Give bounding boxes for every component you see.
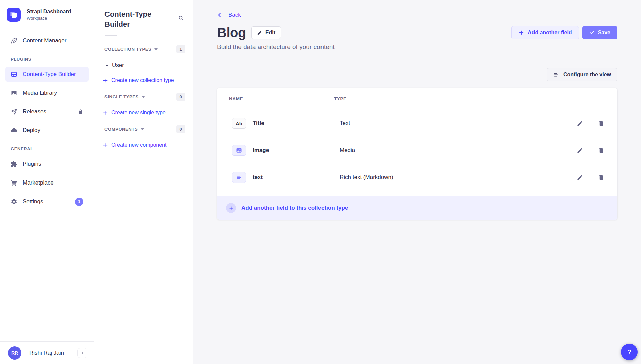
- delete-field-button[interactable]: [598, 174, 604, 181]
- paper-plane-icon: [11, 108, 17, 115]
- sidebar-item-plugins[interactable]: Plugins: [5, 157, 89, 171]
- text-field-icon: Ab: [232, 118, 246, 129]
- sidebar-item-label: Media Library: [23, 90, 57, 96]
- back-label: Back: [228, 12, 241, 18]
- group-single-types[interactable]: SINGLE TYPES 0: [104, 93, 188, 101]
- delete-field-button[interactable]: [598, 120, 604, 127]
- fields-table: NAME TYPE Ab Title Text: [217, 88, 617, 220]
- plus-icon: [102, 110, 108, 116]
- plugins-section-heading: PLUGINS: [5, 57, 89, 62]
- sidebar-item-media-library[interactable]: Media Library: [5, 86, 89, 100]
- search-icon: [178, 15, 184, 21]
- table-row[interactable]: Ab Title Text: [217, 110, 617, 137]
- collection-type-label: User: [112, 62, 124, 69]
- save-label: Save: [598, 30, 610, 36]
- lock-icon: [78, 109, 83, 115]
- configure-view-label: Configure the view: [563, 72, 611, 78]
- brand: Strapi Dashboard Workplace: [0, 0, 94, 29]
- create-link-label: Create new single type: [111, 110, 166, 116]
- trash-icon: [598, 120, 604, 127]
- edit-field-button[interactable]: [577, 147, 583, 154]
- main-content: Back Blog Edit Add another field Save Bu…: [193, 0, 641, 364]
- sidebar-item-label: Content-Type Builder: [23, 71, 76, 78]
- sidebar-item-settings[interactable]: Settings 1: [5, 194, 89, 209]
- delete-field-button[interactable]: [598, 147, 604, 154]
- plus-icon: [102, 78, 108, 83]
- edit-button[interactable]: Edit: [251, 26, 281, 39]
- puzzle-icon: [11, 161, 17, 167]
- sidebar-item-label: Settings: [23, 198, 43, 205]
- cloud-icon: [11, 127, 17, 134]
- strapi-logo-icon: [7, 8, 21, 22]
- chevron-down-icon: [141, 128, 144, 130]
- plus-circle-icon: [226, 203, 236, 213]
- table-row[interactable]: text Rich text (Markdown): [217, 164, 617, 191]
- group-label: COMPONENTS: [104, 127, 138, 132]
- add-field-label: Add another field: [528, 30, 572, 36]
- create-component-link[interactable]: Create new component: [102, 142, 188, 148]
- field-name: Title: [253, 120, 340, 127]
- edit-field-button[interactable]: [577, 174, 583, 181]
- media-field-icon: [232, 145, 246, 156]
- create-link-label: Create new collection type: [111, 77, 174, 83]
- sidebar-item-label: Releases: [23, 108, 46, 115]
- general-section-heading: GENERAL: [5, 146, 89, 151]
- gear-icon: [11, 198, 17, 205]
- help-button[interactable]: ?: [621, 344, 638, 360]
- trash-icon: [598, 174, 604, 181]
- user-name: Rishi Raj Jain: [29, 350, 64, 356]
- sidebar-item-deploy[interactable]: Deploy: [5, 123, 89, 138]
- avatar: RR: [8, 346, 21, 360]
- brand-title: Strapi Dashboard: [27, 8, 71, 15]
- bullet-icon: [106, 65, 108, 66]
- sidebar-item-label: Content Manager: [23, 37, 66, 44]
- picture-icon: [11, 90, 17, 96]
- search-button[interactable]: [174, 11, 188, 25]
- configure-view-button[interactable]: Configure the view: [547, 68, 617, 81]
- group-count-badge: 0: [176, 93, 185, 101]
- group-collection-types[interactable]: COLLECTION TYPES 1: [104, 45, 188, 53]
- group-count-badge: 0: [176, 125, 185, 133]
- edit-field-button[interactable]: [577, 120, 583, 127]
- collapse-sidebar-button[interactable]: [77, 348, 87, 358]
- column-header-name: NAME: [217, 96, 334, 101]
- add-field-row[interactable]: Add another field to this collection typ…: [217, 196, 617, 220]
- collection-type-item-user[interactable]: User: [106, 62, 188, 69]
- plugin-title: Content-Type Builder: [104, 9, 161, 29]
- save-button[interactable]: Save: [582, 26, 617, 39]
- pencil-icon: [577, 174, 583, 181]
- chevron-left-icon: [80, 351, 84, 355]
- back-link[interactable]: Back: [217, 11, 241, 19]
- sidebar-item-label: Marketplace: [23, 179, 54, 186]
- pencil-icon: [577, 147, 583, 154]
- table-row[interactable]: Image Media: [217, 137, 617, 164]
- user-footer: RR Rishi Raj Jain: [0, 341, 94, 364]
- sidebar-item-content-manager[interactable]: Content Manager: [5, 33, 89, 48]
- pencil-icon: [257, 30, 262, 35]
- page-header: Blog Edit Add another field Save: [217, 25, 617, 41]
- sidebar-item-marketplace[interactable]: Marketplace: [5, 175, 89, 190]
- main-sidebar: Strapi Dashboard Workplace Content Manag…: [0, 0, 94, 364]
- richtext-field-icon: [232, 172, 246, 183]
- sidebar-item-releases[interactable]: Releases: [5, 104, 89, 119]
- plugin-sidebar: Content-Type Builder COLLECTION TYPES 1 …: [94, 0, 193, 364]
- field-type: Media: [340, 147, 355, 154]
- main-nav-items: Content Manager PLUGINS Content-Type Bui…: [0, 29, 94, 341]
- plus-icon: [518, 30, 524, 36]
- field-type: Text: [340, 120, 350, 127]
- add-another-field-button[interactable]: Add another field: [511, 26, 579, 39]
- feather-pen-icon: [11, 37, 17, 44]
- page-title: Blog: [217, 25, 246, 40]
- trash-icon: [598, 147, 604, 154]
- layout-grid-icon: [11, 71, 17, 78]
- field-name: text: [253, 174, 340, 181]
- group-label: COLLECTION TYPES: [104, 47, 151, 52]
- column-header-type: TYPE: [334, 96, 347, 101]
- create-collection-type-link[interactable]: Create new collection type: [102, 77, 188, 83]
- create-single-type-link[interactable]: Create new single type: [102, 110, 188, 116]
- group-label: SINGLE TYPES: [104, 94, 139, 99]
- sidebar-item-content-type-builder[interactable]: Content-Type Builder: [5, 67, 89, 82]
- plus-icon: [102, 142, 108, 148]
- group-components[interactable]: COMPONENTS 0: [104, 125, 188, 133]
- page-subtitle: Build the data architecture of your cont…: [217, 43, 617, 51]
